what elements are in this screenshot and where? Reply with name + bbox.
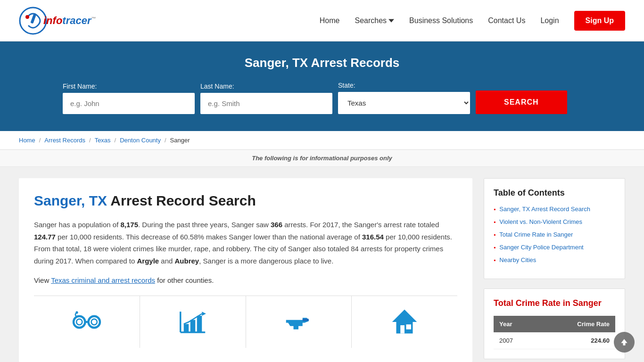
first-name-group: First Name: <box>63 82 195 114</box>
chevron-down-icon <box>388 18 394 24</box>
hero-section: Sanger, TX Arrest Records First Name: La… <box>0 41 644 131</box>
crime-table-rate-1: 224.60 <box>538 332 615 349</box>
crime-table: Year Crime Rate 2007 224.60 <box>494 316 615 349</box>
first-name-input[interactable] <box>63 93 195 114</box>
desc-p3: arrests. For 2017, the Sanger's arrest r… <box>282 221 439 229</box>
desc-arrest-rate: 124.77 <box>34 233 56 241</box>
desc-city2: Aubrey <box>175 257 199 265</box>
toc-link-5[interactable]: Nearby Cities <box>499 256 536 263</box>
breadcrumb-sep-4: / <box>165 137 166 144</box>
gun-icon <box>282 305 315 338</box>
logo-tm: ™ <box>91 16 96 21</box>
last-name-group: Last Name: <box>200 82 332 114</box>
svg-rect-17 <box>400 325 405 334</box>
nav-searches[interactable]: Searches <box>355 16 394 25</box>
icon-cell-gun <box>246 296 352 348</box>
desc-p4: per 10,000 residents. This decrease of 6… <box>56 233 362 241</box>
view-suffix: for other counties. <box>155 276 214 284</box>
breadcrumb-texas[interactable]: Texas <box>95 137 111 144</box>
toc-link-4[interactable]: Sanger City Police Department <box>499 244 583 251</box>
page-title: Sanger, TX Arrest Record Search <box>34 192 457 209</box>
svg-rect-11 <box>183 324 189 332</box>
arrow-up-icon <box>619 337 629 347</box>
crime-table-row-1: 2007 224.60 <box>494 332 615 349</box>
main-nav: Home Searches Business Solutions Contact… <box>320 11 625 31</box>
last-name-input[interactable] <box>200 93 332 114</box>
logo-icon <box>19 7 47 35</box>
desc-p1: Sanger has a population of <box>34 221 120 229</box>
icon-cell-chart <box>140 296 246 348</box>
svg-point-3 <box>74 316 85 328</box>
chart-icon <box>176 305 209 338</box>
title-rest: Arrest Record Search <box>107 193 256 208</box>
content-right: Table of Contents Sanger, TX Arrest Reco… <box>484 178 625 362</box>
icon-cell-house <box>352 296 457 348</box>
state-select[interactable]: Texas Alabama California <box>338 92 470 114</box>
title-city: Sanger <box>34 193 81 208</box>
svg-point-6 <box>76 319 82 325</box>
info-banner: The following is for informational purpo… <box>0 150 644 167</box>
toc-item-5: Nearby Cities <box>494 256 615 263</box>
logo-text-red: info <box>43 15 62 26</box>
state-group: State: Texas Alabama California <box>338 82 470 114</box>
description-paragraph: Sanger has a population of 8,175. During… <box>34 219 457 267</box>
toc-item-2: Violent vs. Non-Violent Crimes <box>494 218 615 225</box>
desc-national-avg: 316.54 <box>362 233 384 241</box>
content-left: Sanger, TX Arrest Record Search Sanger h… <box>19 178 472 362</box>
toc-box: Table of Contents Sanger, TX Arrest Reco… <box>484 178 625 279</box>
svg-rect-13 <box>197 316 202 332</box>
nav-contact[interactable]: Contact Us <box>488 16 525 25</box>
logo[interactable]: infotracer™ <box>19 7 96 35</box>
svg-point-7 <box>91 319 97 325</box>
first-name-label: First Name: <box>63 82 195 90</box>
icons-row <box>34 296 457 348</box>
view-prefix: View <box>34 276 51 284</box>
house-icon <box>388 305 421 338</box>
login-button[interactable]: Login <box>540 16 559 25</box>
desc-city1: Argyle <box>137 257 159 265</box>
breadcrumb-denton-county[interactable]: Denton County <box>120 137 161 144</box>
info-banner-text: The following is for informational purpo… <box>252 155 392 162</box>
view-link-paragraph: View Texas criminal and arrest records f… <box>34 276 457 284</box>
breadcrumb-home[interactable]: Home <box>19 137 35 144</box>
crime-table-header-rate: Crime Rate <box>538 316 615 332</box>
desc-and: and <box>159 257 174 265</box>
nav-business[interactable]: Business Solutions <box>409 16 473 25</box>
desc-p2: . During the past three years, Sanger sa… <box>138 221 271 229</box>
breadcrumb-sep-3: / <box>115 137 116 144</box>
toc-title: Table of Contents <box>494 188 615 198</box>
svg-marker-14 <box>202 312 206 316</box>
signup-button[interactable]: Sign Up <box>574 11 625 31</box>
toc-link-3[interactable]: Total Crime Rate in Sanger <box>499 231 573 238</box>
crime-table-year-1: 2007 <box>494 332 538 349</box>
toc-item-4: Sanger City Police Department <box>494 244 615 251</box>
hero-title: Sanger, TX Arrest Records <box>19 56 625 70</box>
svg-point-8 <box>75 311 78 313</box>
crime-title: Total Crime Rate in Sanger <box>494 298 615 308</box>
title-tx: , TX <box>81 193 107 208</box>
svg-rect-18 <box>406 324 412 329</box>
breadcrumb-sep-1: / <box>39 137 41 144</box>
toc-link-1[interactable]: Sanger, TX Arrest Record Search <box>499 206 590 213</box>
logo-text-blue: tracer <box>62 15 91 26</box>
handcuffs-icon <box>70 305 103 338</box>
toc-item-3: Total Crime Rate in Sanger <box>494 231 615 238</box>
toc-list: Sanger, TX Arrest Record Search Violent … <box>494 206 615 263</box>
svg-rect-12 <box>190 320 195 332</box>
crime-box: Total Crime Rate in Sanger Year Crime Ra… <box>484 288 625 359</box>
view-link[interactable]: Texas criminal and arrest records <box>51 276 155 284</box>
toc-link-2[interactable]: Violent vs. Non-Violent Crimes <box>499 218 582 225</box>
last-name-label: Last Name: <box>200 82 332 90</box>
crime-table-header-year: Year <box>494 316 538 332</box>
breadcrumb-bar: Home / Arrest Records / Texas / Denton C… <box>0 131 644 150</box>
breadcrumb-arrest-records[interactable]: Arrest Records <box>44 137 85 144</box>
icon-cell-handcuffs <box>34 296 140 348</box>
desc-arrests: 366 <box>271 221 282 229</box>
nav-home[interactable]: Home <box>320 16 340 25</box>
desc-population: 8,175 <box>120 221 138 229</box>
breadcrumb: Home / Arrest Records / Texas / Denton C… <box>19 137 625 144</box>
scroll-top-button[interactable] <box>614 332 635 353</box>
search-button[interactable]: SEARCH <box>476 90 567 114</box>
svg-rect-15 <box>303 319 309 321</box>
breadcrumb-sep-2: / <box>89 137 91 144</box>
